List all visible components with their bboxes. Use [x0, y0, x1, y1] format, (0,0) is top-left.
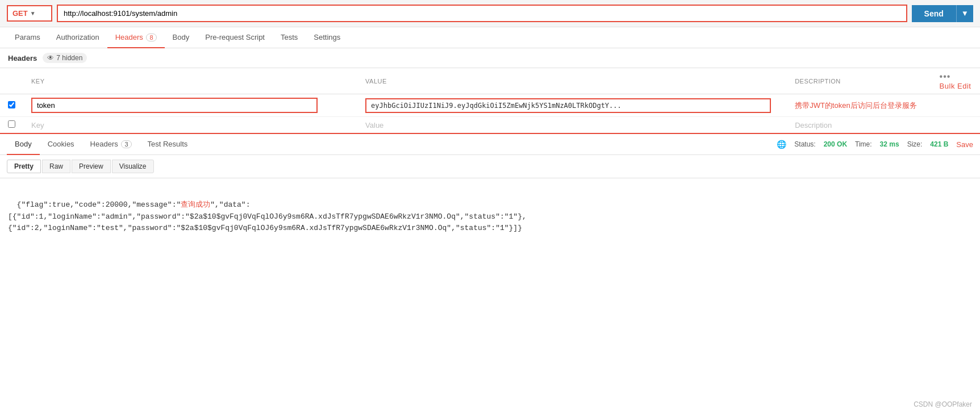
section-header-title: Headers [8, 54, 37, 62]
empty-row-checkbox[interactable] [8, 120, 15, 128]
tab-authorization[interactable]: Authorization [48, 27, 107, 48]
table-head-row: KEY VALUE DESCRIPTION ••• Bulk Edit [0, 68, 980, 94]
tab-prerequest[interactable]: Pre-request Script [197, 27, 273, 48]
tab-body[interactable]: Body [165, 27, 198, 48]
url-input[interactable] [57, 5, 907, 22]
format-visualize[interactable]: Visualize [112, 160, 154, 173]
status-label: Status: [794, 140, 815, 148]
send-dropdown-button[interactable]: ▼ [956, 5, 973, 22]
response-tabs: Body Cookies Headers 3 Test Results 🌐 St… [0, 133, 980, 155]
format-raw[interactable]: Raw [42, 160, 70, 173]
table-row: 携带JWT的token后访问后台登录服务 [0, 94, 980, 117]
key-cell [23, 94, 357, 117]
response-body: {"flag":true,"code":20000,"message":"查询成… [0, 178, 980, 244]
col-actions: ••• Bulk Edit [932, 68, 980, 94]
empty-key: Key [23, 117, 357, 133]
method-label: GET [12, 9, 28, 18]
col-key: KEY [23, 68, 357, 94]
tab-params[interactable]: Params [7, 27, 48, 48]
empty-value: Value [357, 117, 787, 133]
tab-settings[interactable]: Settings [306, 27, 348, 48]
value-input[interactable] [365, 98, 771, 113]
resp-tab-cookies[interactable]: Cookies [40, 134, 82, 155]
response-meta: 🌐 Status: 200 OK Time: 32 ms Size: 421 B… [777, 140, 973, 149]
size-label: Size: [907, 140, 923, 148]
col-value: VALUE [357, 68, 787, 94]
desc-text: 携带JWT的token后访问后台登录服务 [795, 101, 917, 110]
format-preview[interactable]: Preview [72, 160, 111, 173]
response-prefix: {"flag":true,"code":20000,"message":" [17, 200, 181, 209]
empty-row: Key Value Description [0, 117, 980, 133]
empty-desc: Description [787, 117, 931, 133]
resp-tab-test-results[interactable]: Test Results [140, 134, 196, 155]
bulk-edit-link[interactable]: Bulk Edit [940, 82, 971, 90]
size-value: 421 B [930, 140, 948, 148]
key-input[interactable] [31, 98, 318, 113]
hidden-badge: 👁 7 hidden [43, 53, 87, 63]
chevron-down-icon: ▼ [30, 10, 36, 16]
request-tabs: Params Authorization Headers 8 Body Pre-… [0, 27, 980, 48]
desc-cell: 携带JWT的token后访问后台登录服务 [787, 94, 931, 117]
send-btn-group: Send ▼ [912, 5, 973, 22]
format-tabs-bar: Pretty Raw Preview Visualize [0, 155, 980, 178]
hidden-count: 7 hidden [56, 54, 82, 62]
send-button[interactable]: Send [912, 5, 956, 22]
globe-icon: 🌐 [777, 140, 786, 149]
resp-tab-body[interactable]: Body [7, 134, 40, 155]
time-label: Time: [855, 140, 872, 148]
more-actions-icon[interactable]: ••• [940, 72, 951, 81]
headers-badge: 8 [146, 34, 156, 41]
method-selector[interactable]: GET ▼ [7, 5, 52, 22]
resp-headers-badge: 3 [121, 140, 131, 148]
eye-icon: 👁 [47, 54, 54, 62]
row-checkbox[interactable] [8, 101, 15, 108]
col-desc: DESCRIPTION [787, 68, 931, 94]
format-pretty[interactable]: Pretty [7, 160, 41, 173]
save-response-link[interactable]: Save [956, 140, 973, 149]
value-cell [357, 94, 787, 117]
headers-table: KEY VALUE DESCRIPTION ••• Bulk Edit 携带JW… [0, 68, 980, 133]
tab-headers[interactable]: Headers 8 [107, 27, 165, 48]
time-value: 32 ms [880, 140, 899, 148]
status-value: 200 OK [824, 140, 847, 148]
response-highlight: 查询成功 [181, 200, 210, 209]
top-bar: GET ▼ Send ▼ [0, 0, 980, 27]
tab-tests[interactable]: Tests [273, 27, 306, 48]
resp-tab-headers[interactable]: Headers 3 [82, 134, 140, 155]
section-header: Headers 👁 7 hidden [0, 48, 980, 68]
